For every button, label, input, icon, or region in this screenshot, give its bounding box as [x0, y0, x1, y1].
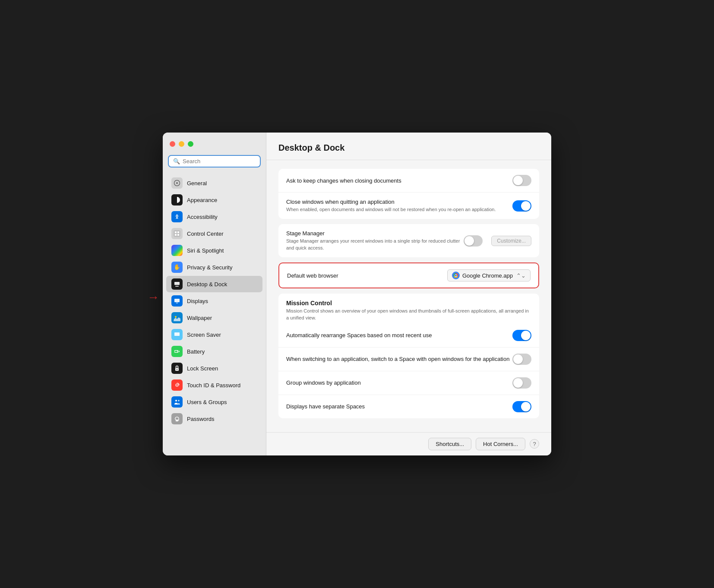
shortcuts-button[interactable]: Shortcuts...	[428, 438, 471, 450]
svg-point-41	[455, 275, 457, 277]
stage-manager-label: Stage Manager	[286, 230, 464, 237]
maximize-button[interactable]	[188, 141, 193, 147]
customize-button[interactable]: Customize...	[491, 236, 531, 246]
svg-rect-7	[177, 231, 179, 233]
toggle-knob	[521, 201, 531, 211]
privacy-icon: ✋	[171, 262, 183, 273]
svg-rect-21	[174, 332, 180, 336]
separate-spaces-row: Displays have separate Spaces	[278, 395, 539, 418]
sidebar-item-label-appearance: Appearance	[187, 197, 217, 203]
sidebar-item-screen-saver[interactable]: Screen Saver	[166, 326, 262, 343]
svg-point-28	[177, 369, 177, 370]
separate-spaces-toggle[interactable]	[512, 401, 531, 412]
mission-control-card: Mission Control Mission Control shows an…	[278, 294, 539, 418]
documents-card: Ask to keep changes when closing documen…	[278, 169, 539, 219]
stage-manager-group: Stage Manager Stage Manager arranges you…	[286, 230, 464, 251]
sidebar-item-label-users: Users & Groups	[187, 399, 227, 405]
sidebar-item-general[interactable]: General	[166, 175, 262, 191]
sidebar-item-appearance[interactable]: Appearance	[166, 192, 262, 208]
svg-point-33	[175, 400, 177, 401]
lock-screen-icon	[171, 363, 183, 374]
toggle-knob	[513, 176, 523, 185]
switch-space-toggle[interactable]	[512, 354, 531, 365]
browser-select[interactable]: Google Chrome.app ⌃⌄	[447, 269, 531, 281]
sidebar-item-label-accessibility: Accessibility	[187, 214, 218, 220]
sidebar: 🔍 General	[163, 133, 266, 455]
auto-rearrange-row: Automatically rearrange Spaces based on …	[278, 324, 539, 348]
sidebar-item-siri[interactable]: Siri & Spotlight	[166, 242, 262, 259]
sidebar-item-label-general: General	[187, 180, 207, 187]
sidebar-item-privacy[interactable]: ✋ Privacy & Security	[166, 259, 262, 275]
sidebar-item-passwords[interactable]: Passwords	[166, 411, 262, 427]
sidebar-item-users[interactable]: Users & Groups	[166, 394, 262, 410]
close-windows-label: Close windows when quitting an applicati…	[286, 199, 512, 205]
close-windows-toggle[interactable]	[512, 200, 531, 212]
sidebar-item-battery[interactable]: Battery	[166, 343, 262, 360]
sidebar-item-label-wallpaper: Wallpaper	[187, 315, 212, 321]
titlebar	[163, 133, 266, 155]
group-windows-label: Group windows by application	[286, 379, 512, 386]
sidebar-item-displays[interactable]: Displays	[166, 293, 262, 309]
users-icon	[171, 396, 183, 408]
main-scroll: Ask to keep changes when closing documen…	[266, 160, 551, 432]
sidebar-item-lock-screen[interactable]: Lock Screen	[166, 360, 262, 376]
svg-point-19	[175, 316, 177, 318]
svg-point-4	[177, 215, 178, 216]
svg-text:✋: ✋	[174, 264, 180, 271]
sidebar-item-desktop-dock[interactable]: Desktop & Dock	[166, 276, 262, 292]
sidebar-item-label-passwords: Passwords	[187, 416, 215, 422]
svg-rect-9	[177, 234, 179, 236]
ask-keep-changes-label: Ask to keep changes when closing documen…	[286, 177, 512, 184]
appearance-icon	[171, 194, 183, 205]
search-input[interactable]	[183, 158, 256, 164]
mission-control-subtitle: Mission Control shows an overview of you…	[286, 308, 531, 321]
search-icon: 🔍	[173, 158, 180, 164]
mission-control-title: Mission Control	[286, 300, 531, 307]
bottom-bar: Shortcuts... Hot Corners... ?	[266, 432, 551, 455]
sidebar-item-label-control-center: Control Center	[187, 231, 224, 237]
stage-manager-row: Stage Manager Stage Manager arranges you…	[278, 224, 539, 257]
arrow-indicator: →	[147, 291, 159, 304]
minimize-button[interactable]	[179, 141, 184, 147]
desktop-dock-icon	[171, 278, 183, 290]
svg-rect-14	[175, 286, 179, 287]
sidebar-item-touch-id[interactable]: Touch ID & Password	[166, 377, 262, 393]
group-windows-toggle[interactable]	[512, 377, 531, 389]
screen-saver-icon	[171, 329, 183, 340]
switch-space-label: When switching to an application, switch…	[286, 356, 511, 362]
sidebar-item-wallpaper[interactable]: Wallpaper	[166, 310, 262, 326]
stage-manager-card: Stage Manager Stage Manager arranges you…	[278, 224, 539, 257]
help-button[interactable]: ?	[530, 439, 539, 449]
stage-manager-toggle[interactable]	[464, 235, 483, 247]
mission-control-header: Mission Control Mission Control shows an…	[278, 294, 539, 324]
default-browser-row: Default web browser	[279, 263, 538, 288]
svg-rect-25	[179, 351, 180, 352]
ask-keep-changes-toggle[interactable]	[512, 175, 531, 186]
touch-id-icon	[171, 379, 183, 391]
toggle-knob	[513, 354, 523, 364]
accessibility-icon	[171, 211, 183, 222]
sidebar-item-control-center[interactable]: Control Center	[166, 225, 262, 242]
sidebar-item-label-siri: Siri & Spotlight	[187, 247, 224, 254]
svg-rect-6	[175, 231, 177, 233]
close-windows-group: Close windows when quitting an applicati…	[286, 199, 512, 213]
group-windows-row: Group windows by application	[278, 371, 539, 395]
system-preferences-window: 🔍 General	[163, 133, 551, 455]
toggle-knob	[513, 378, 523, 388]
default-browser-label: Default web browser	[287, 272, 447, 279]
auto-rearrange-toggle[interactable]	[512, 330, 531, 341]
main-content: Desktop & Dock Ask to keep changes when …	[266, 133, 551, 455]
search-box[interactable]: 🔍	[168, 155, 261, 168]
sidebar-item-accessibility[interactable]: Accessibility	[166, 209, 262, 225]
close-windows-sublabel: When enabled, open documents and windows…	[286, 206, 511, 213]
page-title: Desktop & Dock	[278, 143, 344, 152]
hot-corners-button[interactable]: Hot Corners...	[476, 438, 525, 450]
svg-rect-8	[175, 234, 177, 236]
toggle-knob	[521, 331, 531, 340]
sidebar-list: General Appearance	[163, 173, 266, 455]
switch-space-row: When switching to an application, switch…	[278, 348, 539, 371]
close-button[interactable]	[170, 141, 175, 147]
svg-rect-5	[174, 230, 180, 237]
svg-point-31	[177, 385, 177, 386]
chrome-icon	[452, 272, 460, 279]
